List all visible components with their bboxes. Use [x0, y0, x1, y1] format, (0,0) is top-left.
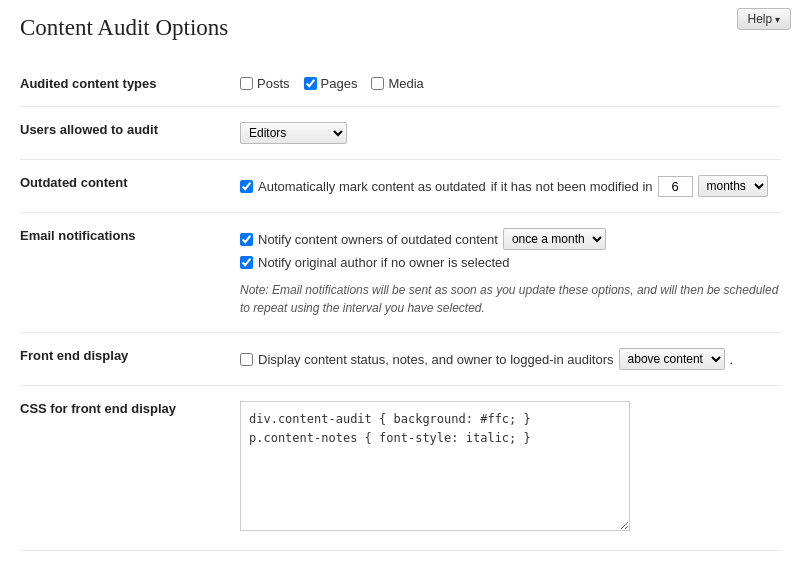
outdated-checkbox-label: Automatically mark content as outdated [258, 179, 486, 194]
email-notifications-label: Email notifications [20, 213, 240, 333]
pages-text: Pages [321, 76, 358, 91]
outdated-middle-text: if it has not been modified in [491, 179, 653, 194]
audited-content-types-controls: Posts Pages Media [240, 61, 781, 107]
media-label[interactable]: Media [371, 76, 423, 91]
users-allowed-controls: Editors Authors Contributors Subscribers… [240, 107, 781, 160]
users-allowed-row: Users allowed to audit Editors Authors C… [20, 107, 781, 160]
notify-author-text: Notify original author if no owner is se… [258, 255, 509, 270]
css-display-controls: div.content-audit { background: #ffc; } … [240, 386, 781, 551]
content-status-controls: Edit content audit status labels [240, 551, 781, 565]
content-status-label: Content status labels [20, 551, 240, 565]
pages-checkbox[interactable] [304, 77, 317, 90]
help-button-wrap: Help [737, 8, 791, 30]
posts-text: Posts [257, 76, 290, 91]
notify-owners-text: Notify content owners of outdated conten… [258, 232, 498, 247]
frequency-select[interactable]: once a month once a week daily [503, 228, 606, 250]
outdated-unit-select[interactable]: months days weeks years [698, 175, 768, 197]
position-select[interactable]: above content below content [619, 348, 725, 370]
trailing-dot: . [730, 352, 734, 367]
frontend-display-label: Front end display [20, 333, 240, 386]
frontend-row: Display content status, notes, and owner… [240, 348, 781, 370]
posts-label[interactable]: Posts [240, 76, 290, 91]
frontend-display-row: Front end display Display content status… [20, 333, 781, 386]
content-area: Content Audit Options Audited content ty… [0, 0, 801, 564]
pages-label[interactable]: Pages [304, 76, 358, 91]
notify-author-checkbox[interactable] [240, 256, 253, 269]
outdated-content-row: Outdated content Automatically mark cont… [20, 160, 781, 213]
media-checkbox[interactable] [371, 77, 384, 90]
frontend-display-text: Display content status, notes, and owner… [258, 352, 614, 367]
page-wrap: Help Content Audit Options Audited conte… [0, 0, 801, 564]
notify-owners-row: Notify content owners of outdated conten… [240, 228, 781, 250]
users-allowed-label: Users allowed to audit [20, 107, 240, 160]
email-notifications-row: Email notifications Notify content owner… [20, 213, 781, 333]
email-notifications-controls: Notify content owners of outdated conten… [240, 213, 781, 333]
outdated-number-input[interactable] [658, 176, 693, 197]
audited-content-types-label: Audited content types [20, 61, 240, 107]
notify-author-row: Notify original author if no owner is se… [240, 255, 781, 270]
css-display-row: CSS for front end display div.content-au… [20, 386, 781, 551]
outdated-checkbox[interactable] [240, 180, 253, 193]
frontend-display-controls: Display content status, notes, and owner… [240, 333, 781, 386]
audited-content-types-row: Audited content types Posts Pages [20, 61, 781, 107]
email-note: Note: Email notifications will be sent a… [240, 281, 781, 317]
outdated-content-controls: Automatically mark content as outdated i… [240, 160, 781, 213]
media-text: Media [388, 76, 423, 91]
users-allowed-select[interactable]: Editors Authors Contributors Subscribers… [240, 122, 347, 144]
css-display-label: CSS for front end display [20, 386, 240, 551]
frontend-display-checkbox[interactable] [240, 353, 253, 366]
notify-owners-checkbox[interactable] [240, 233, 253, 246]
options-form-table: Audited content types Posts Pages [20, 61, 781, 564]
page-title: Content Audit Options [20, 10, 781, 41]
posts-checkbox[interactable] [240, 77, 253, 90]
outdated-row: Automatically mark content as outdated i… [240, 175, 781, 197]
content-types-checkboxes: Posts Pages Media [240, 76, 781, 91]
outdated-content-label: Outdated content [20, 160, 240, 213]
css-textarea[interactable]: div.content-audit { background: #ffc; } … [240, 401, 630, 531]
content-status-row: Content status labels Edit content audit… [20, 551, 781, 565]
help-button[interactable]: Help [737, 8, 791, 30]
email-notif-wrap: Notify content owners of outdated conten… [240, 228, 781, 317]
